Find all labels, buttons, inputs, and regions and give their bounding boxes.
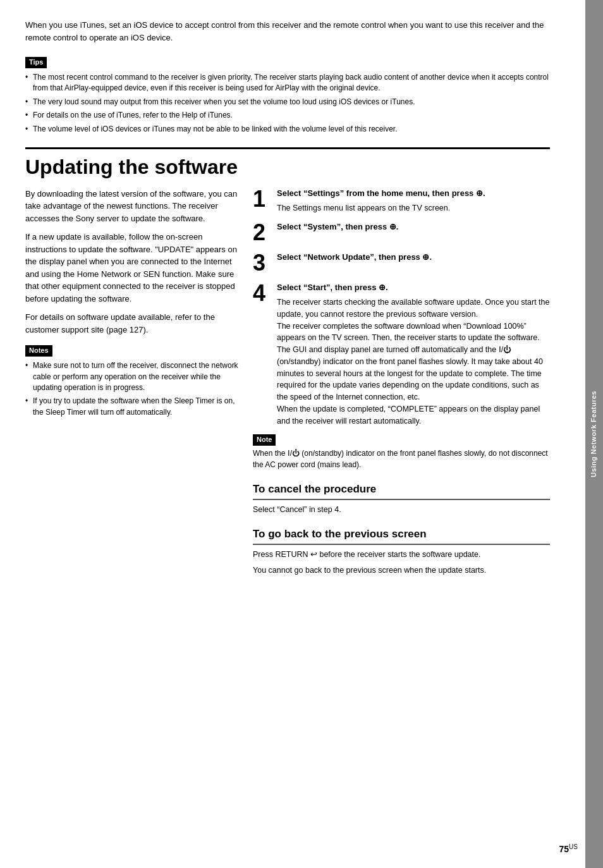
sub-section-cancel-title: To cancel the procedure <box>253 482 550 500</box>
tips-box: Tips The most recent control command to … <box>25 56 550 135</box>
step-2-content: Select “System”, then press ⊕. <box>277 221 550 233</box>
intro-text: When you use iTunes, set an iOS device t… <box>25 19 550 44</box>
page-container: When you use iTunes, set an iOS device t… <box>0 0 603 868</box>
step-4-block: 4 Select “Start”, then press ⊕. The rece… <box>253 282 550 427</box>
section-divider <box>25 147 550 149</box>
section-intro1: By downloading the latest version of the… <box>25 188 240 225</box>
col-right: 1 Select “Settings” from the home menu, … <box>253 188 550 577</box>
sub-section-goback-content2: You cannot go back to the previous scree… <box>253 565 550 577</box>
step-2-number: 2 <box>253 221 272 244</box>
tip-item-4: The volume level of iOS devices or iTune… <box>25 124 550 135</box>
step-4-number: 4 <box>253 282 272 305</box>
step-1-number: 1 <box>253 188 272 211</box>
sub-section-cancel: To cancel the procedure Select “Cancel” … <box>253 482 550 515</box>
step-3-heading: Select “Network Update”, then press ⊕. <box>277 252 432 262</box>
note-item-left-1: Make sure not to turn off the receiver, … <box>25 360 240 393</box>
tip-item-2: The very loud sound may output from this… <box>25 97 550 107</box>
sidebar-label: Using Network Features <box>589 391 599 477</box>
step-3-content: Select “Network Update”, then press ⊕. <box>277 252 550 264</box>
section-intro3: For details on software update available… <box>25 311 240 336</box>
step-3-block: 3 Select “Network Update”, then press ⊕. <box>253 252 550 274</box>
sub-section-goback: To go back to the previous screen Press … <box>253 527 550 576</box>
page-number: 75 <box>559 844 570 854</box>
tip-item-3: For details on the use of iTunes, refer … <box>25 110 550 121</box>
notes-list-left: Make sure not to turn off the receiver, … <box>25 360 240 418</box>
page-number-area: 75US <box>559 843 578 855</box>
step-1-content: Select “Settings” from the home menu, th… <box>277 188 550 214</box>
sub-section-cancel-content: Select “Cancel” in step 4. <box>253 504 550 516</box>
col-left: By downloading the latest version of the… <box>25 188 240 577</box>
step-4-content: Select “Start”, then press ⊕. The receiv… <box>277 282 550 427</box>
note-label-right: Note <box>253 434 276 446</box>
notes-label-left: Notes <box>25 345 52 357</box>
step-4-body: The receiver starts checking the availab… <box>277 296 550 427</box>
step-3-number: 3 <box>253 252 272 274</box>
tips-list: The most recent control command to the r… <box>25 72 550 135</box>
note-item-left-2: If you try to update the software when t… <box>25 396 240 418</box>
intro-section: When you use iTunes, set an iOS device t… <box>25 19 550 44</box>
two-col-layout: By downloading the latest version of the… <box>25 188 550 577</box>
tips-label: Tips <box>25 57 47 68</box>
note-box-right: Note When the Ⅰ/⏻ (on/standby) indicator… <box>253 434 550 470</box>
section-title: Updating the software <box>25 156 550 179</box>
notes-box-left: Notes Make sure not to turn off the rece… <box>25 345 240 418</box>
step-2-block: 2 Select “System”, then press ⊕. <box>253 221 550 244</box>
tip-item-1: The most recent control command to the r… <box>25 72 550 94</box>
page-number-suffix: US <box>569 843 578 850</box>
section-intro2: If a new update is available, follow the… <box>25 231 240 305</box>
sidebar-tab: Using Network Features <box>585 0 603 868</box>
sub-section-goback-title: To go back to the previous screen <box>253 527 550 545</box>
step-2-heading: Select “System”, then press ⊕. <box>277 222 398 231</box>
step-1-heading: Select “Settings” from the home menu, th… <box>277 188 485 198</box>
main-content: When you use iTunes, set an iOS device t… <box>0 0 569 868</box>
note-right-text: When the Ⅰ/⏻ (on/standby) indicator on t… <box>253 448 550 470</box>
step-1-body: The Settings menu list appears on the TV… <box>277 202 550 214</box>
step-4-heading: Select “Start”, then press ⊕. <box>277 283 388 292</box>
sub-section-goback-content1: Press RETURN ↩ before the receiver start… <box>253 549 550 561</box>
step-1-block: 1 Select “Settings” from the home menu, … <box>253 188 550 214</box>
